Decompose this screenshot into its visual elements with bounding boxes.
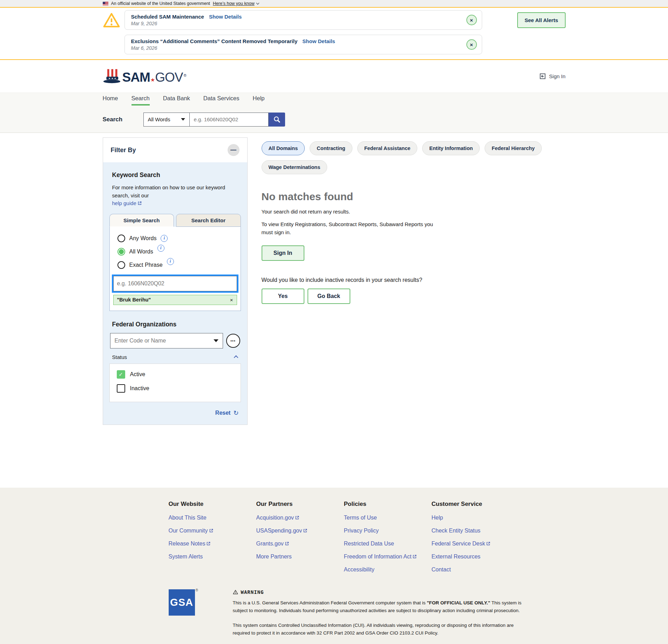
sam-gov-logo[interactable]: ★ ★ ★ SAM★GOV® — [103, 68, 186, 85]
radio-any-words-label: Any Words — [129, 235, 157, 242]
sign-in-button[interactable]: Sign In — [262, 245, 304, 261]
footer-link-our-community[interactable]: Our Community — [169, 528, 256, 534]
alert-title: Exclusions “Additional Comments” Content… — [131, 38, 298, 44]
footer-link-freedom-of-information-act[interactable]: Freedom of Information Act — [344, 554, 432, 560]
heres-how-you-know-link[interactable]: Here’s how you know — [213, 1, 259, 6]
sign-in-link[interactable]: Sign In — [539, 73, 566, 80]
footer-link-privacy-policy[interactable]: Privacy Policy — [344, 528, 432, 534]
info-icon[interactable]: i — [157, 245, 164, 252]
footer-link-check-entity-status[interactable]: Check Entity Status — [432, 528, 519, 534]
alert-close-button[interactable]: × — [466, 39, 477, 50]
gsa-logo: GSA ® — [169, 589, 200, 637]
status-inactive-option[interactable]: Inactive — [117, 384, 234, 393]
tab-search-editor[interactable]: Search Editor — [176, 214, 241, 227]
reset-icon[interactable]: ↻ — [233, 409, 238, 417]
footer-link-accessibility[interactable]: Accessibility — [344, 567, 432, 573]
footer-link-more-partners[interactable]: More Partners — [256, 554, 344, 560]
warning-paragraph-1: This is a U.S. General Services Administ… — [233, 599, 524, 615]
footer-heading: Our Partners — [256, 501, 344, 508]
reset-filters-link[interactable]: Reset — [215, 410, 231, 416]
footer-link-system-alerts[interactable]: System Alerts — [169, 554, 256, 560]
nav-item-data-services[interactable]: Data Services — [203, 95, 239, 104]
status-heading: Status — [112, 354, 127, 360]
footer-column-customer-service: Customer Service Help Check Entity Statu… — [432, 501, 519, 579]
footer-link-acquisition-gov[interactable]: Acquisition.gov — [256, 515, 344, 521]
radio-circle-all-words[interactable] — [117, 248, 125, 256]
federal-organizations-more-button[interactable]: ••• — [226, 334, 240, 348]
info-icon[interactable]: i — [161, 235, 168, 242]
warning-icon — [233, 590, 238, 595]
caret-down-icon — [181, 118, 185, 121]
footer-link-help[interactable]: Help — [432, 515, 519, 521]
footer-link-terms-of-use[interactable]: Terms of Use — [344, 515, 432, 521]
footer-link-grants-gov[interactable]: Grants.gov — [256, 541, 344, 547]
alert-card: Exclusions “Additional Comments” Content… — [124, 35, 482, 54]
checkbox-inactive[interactable] — [117, 384, 125, 393]
search-input[interactable] — [190, 113, 269, 127]
status-inactive-label: Inactive — [130, 385, 149, 392]
logo-registered-mark: ® — [183, 73, 186, 77]
domain-tab-federal-hierarchy[interactable]: Federal Hierarchy — [485, 141, 542, 155]
chevron-down-icon — [256, 2, 259, 5]
logo-sam-text: SAM — [122, 70, 150, 85]
nav-item-search[interactable]: Search — [131, 95, 150, 104]
federal-organizations-combobox[interactable]: Enter Code or Name — [110, 333, 223, 348]
footer-link-restricted-data-use[interactable]: Restricted Data Use — [344, 541, 432, 547]
radio-all-words[interactable]: All Words i — [117, 248, 241, 256]
radio-circle-any-words[interactable] — [117, 235, 125, 242]
status-active-option[interactable]: ✓ Active — [117, 370, 234, 379]
alert-show-details-link[interactable]: Show Details — [302, 38, 335, 44]
domain-tab-contracting[interactable]: Contracting — [310, 141, 352, 155]
footer-column-our-partners: Our Partners Acquisition.gov USASpending… — [256, 501, 344, 579]
nav-item-help[interactable]: Help — [253, 95, 265, 104]
radio-circle-exact-phrase[interactable] — [117, 261, 125, 269]
nav-item-data-bank[interactable]: Data Bank — [163, 95, 190, 104]
minus-icon: — — [230, 147, 236, 154]
footer-link-release-notes[interactable]: Release Notes — [169, 541, 256, 547]
footer-link-federal-service-desk[interactable]: Federal Service Desk — [432, 541, 519, 547]
footer-link-about-this-site[interactable]: About This Site — [169, 515, 256, 521]
alert-date: Mar 6, 2026 — [131, 45, 461, 51]
keyword-input[interactable] — [113, 276, 237, 291]
domain-tab-wage-determinations[interactable]: Wage Determinations — [262, 160, 328, 174]
federal-organizations-heading: Federal Organizations — [112, 321, 238, 328]
radio-exact-phrase[interactable]: Exact Phrase i — [117, 261, 241, 269]
footer-heading: Our Website — [169, 501, 256, 508]
see-all-alerts-button[interactable]: See All Alerts — [517, 12, 566, 28]
status-section-toggle[interactable]: Status — [112, 354, 238, 360]
radio-any-words[interactable]: Any Words i — [117, 235, 241, 242]
svg-text:★ ★ ★: ★ ★ ★ — [108, 77, 116, 79]
info-icon[interactable]: i — [167, 258, 174, 265]
domain-tab-federal-assistance[interactable]: Federal Assistance — [357, 141, 418, 155]
alert-show-details-link[interactable]: Show Details — [209, 14, 242, 20]
external-link-icon — [209, 528, 214, 533]
alert-close-button[interactable]: × — [466, 15, 477, 25]
domain-tab-all-domains[interactable]: All Domains — [262, 141, 305, 155]
checkbox-active[interactable]: ✓ — [117, 370, 125, 379]
chevron-up-icon — [234, 355, 238, 360]
search-submit-button[interactable] — [269, 113, 285, 127]
yes-button[interactable]: Yes — [262, 289, 304, 304]
footer-link-external-resources[interactable]: External Resources — [432, 554, 519, 560]
external-link-icon — [285, 541, 289, 546]
nav-item-home[interactable]: Home — [103, 95, 118, 104]
external-link-icon — [303, 528, 308, 533]
go-back-button[interactable]: Go Back — [308, 289, 350, 304]
federal-organizations-placeholder: Enter Code or Name — [115, 338, 166, 344]
simple-search-panel: Any Words i All Words i Exact Phrase i — [109, 227, 241, 311]
gov-banner: An official website of the United States… — [0, 0, 668, 7]
footer-link-contact[interactable]: Contact — [432, 567, 519, 573]
domain-tab-entity-information[interactable]: Entity Information — [422, 141, 480, 155]
sign-in-required-message: To view Entity Registrations, Subcontrac… — [262, 221, 437, 236]
keyword-search-heading: Keyword Search — [112, 171, 238, 179]
help-guide-link[interactable]: help guide — [112, 200, 142, 206]
footer-link-usaspending-gov[interactable]: USASpending.gov — [256, 528, 344, 534]
external-link-icon — [137, 201, 142, 205]
collapse-filters-button[interactable]: — — [228, 144, 239, 156]
remove-tag-icon[interactable]: × — [230, 297, 233, 303]
status-active-label: Active — [130, 371, 146, 378]
no-matches-heading: No matches found — [262, 191, 566, 203]
sign-in-label: Sign In — [549, 73, 566, 79]
search-mode-select[interactable]: All Words — [143, 113, 190, 127]
tab-simple-search[interactable]: Simple Search — [109, 214, 174, 227]
